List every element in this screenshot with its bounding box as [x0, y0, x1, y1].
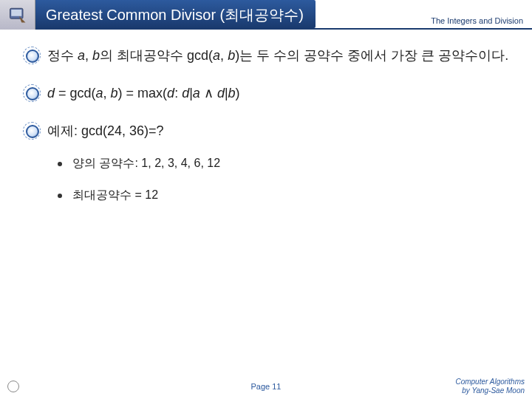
- sub-item-1: 양의 공약수: 1, 2, 3, 4, 6, 12: [58, 156, 510, 171]
- university-seal-icon: [7, 381, 19, 392]
- slide-header: Greatest Common Divisor (최대공약수) The Inte…: [0, 0, 532, 30]
- header-logo-icon: [0, 0, 35, 30]
- bullet-1: 정수 a, b의 최대공약수 gcd(a, b)는 두 수의 공약수 중에서 가…: [25, 46, 510, 66]
- bullet-icon: [25, 124, 38, 137]
- bullet-text: 정수 a, b의 최대공약수 gcd(a, b)는 두 수의 공약수 중에서 가…: [47, 46, 508, 66]
- sub-item-2: 최대공약수 = 12: [58, 188, 510, 203]
- slide-content: 정수 a, b의 최대공약수 gcd(a, b)는 두 수의 공약수 중에서 가…: [0, 30, 532, 203]
- svg-rect-1: [11, 10, 21, 16]
- bullet-icon: [25, 49, 38, 62]
- sub-list: 양의 공약수: 1, 2, 3, 4, 6, 12 최대공약수 = 12: [58, 156, 510, 203]
- credit-line-1: Computer Algorithms: [455, 378, 525, 386]
- bullet-2: d = gcd(a, b) = max(d: d|a ∧ d|b): [25, 83, 510, 103]
- page-number: Page 11: [251, 382, 282, 391]
- footer-credit: Computer Algorithms by Yang-Sae Moon: [455, 378, 525, 395]
- credit-line-2: by Yang-Sae Moon: [455, 386, 525, 395]
- bullet-icon: [25, 86, 38, 100]
- bullet-3: 예제: gcd(24, 36)=?: [25, 121, 510, 141]
- slide-footer: Page 11 Computer Algorithms by Yang-Sae …: [0, 375, 532, 398]
- section-label: The Integers and Division: [316, 0, 532, 28]
- footer-logo: [7, 381, 19, 392]
- sub-text: 최대공약수 = 12: [72, 188, 158, 203]
- sub-text: 양의 공약수: 1, 2, 3, 4, 6, 12: [72, 156, 220, 171]
- bullet-text: 예제: gcd(24, 36)=?: [47, 121, 164, 141]
- bullet-text: d = gcd(a, b) = max(d: d|a ∧ d|b): [47, 83, 240, 103]
- sub-bullet-icon: [58, 162, 62, 166]
- sub-bullet-icon: [58, 194, 62, 198]
- slide-title: Greatest Common Divisor (최대공약수): [35, 0, 316, 28]
